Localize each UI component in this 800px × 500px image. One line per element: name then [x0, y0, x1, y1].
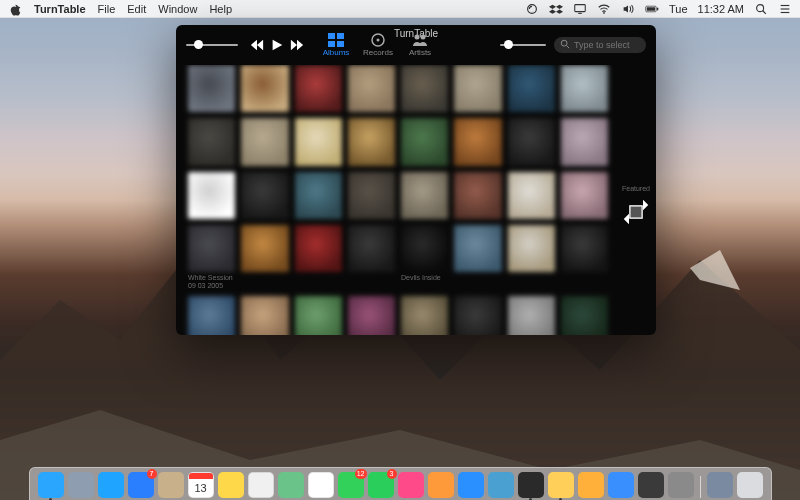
album-cell[interactable] [401, 296, 448, 335]
album-cell[interactable] [188, 118, 235, 165]
album-art [561, 172, 608, 219]
svg-point-17 [377, 39, 380, 42]
album-art [561, 225, 608, 272]
album-cell[interactable] [295, 296, 342, 335]
album-cell[interactable] [348, 296, 395, 335]
album-cell[interactable] [508, 296, 555, 335]
dock-photos[interactable] [308, 472, 334, 498]
album-cell[interactable] [454, 118, 501, 165]
album-cell[interactable] [508, 225, 555, 290]
album-cell[interactable] [508, 172, 555, 219]
album-cell[interactable] [241, 172, 288, 219]
play-button[interactable] [270, 38, 284, 52]
menu-help[interactable]: Help [209, 3, 232, 15]
album-cell[interactable] [508, 65, 555, 112]
status-icon-volume[interactable] [621, 2, 635, 16]
menu-window[interactable]: Window [158, 3, 197, 15]
dock-facetime[interactable]: 3 [368, 472, 394, 498]
dock-mail[interactable]: 7 [128, 472, 154, 498]
menubar-day[interactable]: Tue [669, 3, 688, 15]
album-art [401, 118, 448, 165]
album-cell[interactable] [241, 296, 288, 335]
album-cell[interactable] [561, 65, 608, 112]
album-cell[interactable] [188, 172, 235, 219]
album-cell[interactable] [295, 65, 342, 112]
dock-activity[interactable] [638, 472, 664, 498]
album-cell[interactable] [188, 296, 235, 335]
dock-messages[interactable]: 12 [338, 472, 364, 498]
dock-ibooks[interactable] [428, 472, 454, 498]
dock-finder[interactable] [38, 472, 64, 498]
album-cell[interactable] [561, 172, 608, 219]
menu-edit[interactable]: Edit [127, 3, 146, 15]
view-artists-button[interactable]: Artists [402, 33, 438, 57]
menu-file[interactable]: File [98, 3, 116, 15]
dock-turntable[interactable] [548, 472, 574, 498]
album-cell[interactable] [348, 172, 395, 219]
dock-terminal[interactable] [518, 472, 544, 498]
album-art [295, 296, 342, 335]
apple-menu[interactable] [8, 2, 22, 16]
album-art [401, 65, 448, 112]
album-cell[interactable] [401, 118, 448, 165]
dock-reminders[interactable] [248, 472, 274, 498]
prev-button[interactable] [250, 38, 264, 52]
album-art [561, 65, 608, 112]
dock-safari[interactable] [98, 472, 124, 498]
status-icon-swirl[interactable] [525, 2, 539, 16]
search-field[interactable] [554, 37, 646, 53]
dock-pages[interactable] [578, 472, 604, 498]
album-cell[interactable] [241, 65, 288, 112]
album-cell[interactable]: White Session 09 03 2005 [188, 225, 235, 290]
dock-itunes[interactable] [398, 472, 424, 498]
menubar-time[interactable]: 11:32 AM [698, 3, 744, 15]
next-button[interactable] [290, 38, 304, 52]
dock-appstore[interactable] [458, 472, 484, 498]
album-cell[interactable] [401, 172, 448, 219]
dock-calendar[interactable]: 13 [188, 472, 214, 498]
dock-maps[interactable] [278, 472, 304, 498]
album-cell[interactable] [348, 225, 395, 290]
dock-trash[interactable] [737, 472, 763, 498]
album-cell[interactable] [561, 225, 608, 290]
dock-contacts[interactable] [158, 472, 184, 498]
album-cell[interactable] [295, 225, 342, 290]
album-cell[interactable] [508, 118, 555, 165]
volume-slider[interactable] [500, 44, 546, 46]
dock-notes[interactable] [218, 472, 244, 498]
playback-progress-slider[interactable] [186, 44, 238, 46]
view-albums-button[interactable]: Albums [318, 33, 354, 57]
album-art [188, 118, 235, 165]
album-cell[interactable] [561, 118, 608, 165]
album-cell[interactable]: Devils Inside [401, 225, 448, 290]
dock-launchpad[interactable] [68, 472, 94, 498]
dock-preview[interactable] [488, 472, 514, 498]
album-cell[interactable] [241, 225, 288, 290]
album-cell[interactable] [295, 172, 342, 219]
status-icon-wifi[interactable] [597, 2, 611, 16]
status-icon-dropbox[interactable] [549, 2, 563, 16]
album-cell[interactable] [561, 296, 608, 335]
album-cell[interactable] [454, 225, 501, 290]
album-cell[interactable] [188, 65, 235, 112]
cycle-button[interactable] [622, 198, 650, 226]
notification-center-icon[interactable] [778, 2, 792, 16]
dock-downloads[interactable] [707, 472, 733, 498]
album-cell[interactable] [348, 65, 395, 112]
album-cell[interactable] [295, 118, 342, 165]
status-icon-battery[interactable] [645, 2, 659, 16]
album-cell[interactable] [348, 118, 395, 165]
album-cell[interactable] [241, 118, 288, 165]
album-cell[interactable] [454, 65, 501, 112]
album-art [295, 65, 342, 112]
menubar-app-name[interactable]: TurnTable [34, 3, 86, 15]
album-cell[interactable] [454, 172, 501, 219]
dock-xcode[interactable] [608, 472, 634, 498]
view-records-button[interactable]: Records [360, 33, 396, 57]
album-cell[interactable]: Analogue Bubblebath 3 [454, 296, 501, 335]
spotlight-icon[interactable] [754, 2, 768, 16]
search-input[interactable] [574, 40, 656, 50]
dock-preferences[interactable] [668, 472, 694, 498]
album-cell[interactable] [401, 65, 448, 112]
status-icon-display[interactable] [573, 2, 587, 16]
